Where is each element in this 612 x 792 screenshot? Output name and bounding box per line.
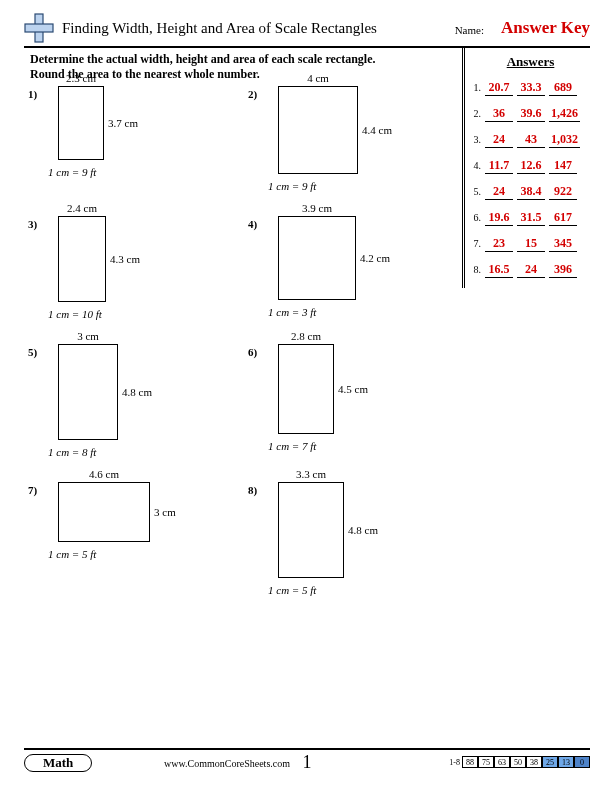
answer-height: 24	[517, 262, 545, 278]
answer-area: 922	[549, 184, 577, 200]
answer-row: 1.20.733.3689	[471, 80, 590, 96]
width-label: 4.6 cm	[58, 468, 150, 480]
answer-height: 39.6	[517, 106, 545, 122]
scale-note: 1 cm = 8 ft	[48, 446, 220, 458]
score-cell: 0	[574, 756, 590, 768]
scale-rectangle	[278, 344, 334, 434]
width-label: 3.9 cm	[278, 202, 356, 214]
scale-note: 1 cm = 5 ft	[268, 584, 440, 596]
score-cell: 75	[478, 756, 494, 768]
answer-number: 2.	[471, 108, 481, 119]
scale-rectangle	[278, 86, 358, 174]
answers-heading: Answers	[471, 54, 590, 70]
answer-row: 8.16.524396	[471, 262, 590, 278]
answer-height: 12.6	[517, 158, 545, 174]
problem-row: 5)3 cm4.8 cm1 cm = 8 ft6)2.8 cm4.5 cm1 c…	[30, 344, 450, 458]
answer-area: 617	[549, 210, 577, 226]
answer-number: 4.	[471, 160, 481, 171]
problem-number: 6)	[248, 346, 257, 358]
subject-badge: Math	[24, 754, 92, 772]
footer: Math www.CommonCoreSheets.com 1 1-8 8875…	[24, 748, 590, 776]
answer-number: 3.	[471, 134, 481, 145]
answer-number: 5.	[471, 186, 481, 197]
width-label: 2.4 cm	[58, 202, 106, 214]
svg-rect-1	[25, 24, 53, 32]
answer-width: 23	[485, 236, 513, 252]
answer-row: 4.11.712.6147	[471, 158, 590, 174]
answer-height: 43	[517, 132, 545, 148]
height-label: 4.4 cm	[362, 124, 392, 136]
scale-note: 1 cm = 3 ft	[268, 306, 440, 318]
problem: 8)3.3 cm4.8 cm1 cm = 5 ft	[250, 482, 440, 596]
score-cell: 63	[494, 756, 510, 768]
scale-rectangle	[278, 482, 344, 578]
score-cell: 88	[462, 756, 478, 768]
answer-row: 2.3639.61,426	[471, 106, 590, 122]
problem: 5)3 cm4.8 cm1 cm = 8 ft	[30, 344, 220, 458]
answer-number: 8.	[471, 264, 481, 275]
problem-number: 5)	[28, 346, 37, 358]
score-cell: 50	[510, 756, 526, 768]
problem-number: 8)	[248, 484, 257, 496]
answer-width: 19.6	[485, 210, 513, 226]
answer-width: 11.7	[485, 158, 513, 174]
scale-note: 1 cm = 10 ft	[48, 308, 220, 320]
width-label: 2.8 cm	[278, 330, 334, 342]
answer-number: 1.	[471, 82, 481, 93]
height-label: 4.5 cm	[338, 383, 368, 395]
scale-rectangle	[58, 482, 150, 542]
answer-height: 38.4	[517, 184, 545, 200]
plus-logo-icon	[24, 13, 54, 43]
answer-area: 689	[549, 80, 577, 96]
problem: 7)4.6 cm3 cm1 cm = 5 ft	[30, 482, 220, 596]
height-label: 3.7 cm	[108, 117, 138, 129]
score-strip: 1-8 887563503825130	[449, 756, 590, 768]
scale-note: 1 cm = 5 ft	[48, 548, 220, 560]
answer-key-label: Answer Key	[501, 18, 590, 38]
score-cell: 38	[526, 756, 542, 768]
problem-number: 2)	[248, 88, 257, 100]
answer-area: 1,032	[549, 132, 580, 148]
problem: 1)2.3 cm3.7 cm1 cm = 9 ft	[30, 86, 220, 192]
answer-width: 24	[485, 184, 513, 200]
header: Finding Width, Height and Area of Scale …	[24, 10, 590, 48]
score-cell: 25	[542, 756, 558, 768]
answer-height: 33.3	[517, 80, 545, 96]
answer-number: 6.	[471, 212, 481, 223]
scale-note: 1 cm = 9 ft	[48, 166, 220, 178]
problem: 3)2.4 cm4.3 cm1 cm = 10 ft	[30, 216, 220, 320]
worksheet-title: Finding Width, Height and Area of Scale …	[62, 20, 377, 37]
problems-area: 1)2.3 cm3.7 cm1 cm = 9 ft2)4 cm4.4 cm1 c…	[30, 86, 450, 620]
answer-width: 36	[485, 106, 513, 122]
width-label: 2.3 cm	[58, 72, 104, 84]
width-label: 4 cm	[278, 72, 358, 84]
instructions-line: Determine the actual width, height and a…	[30, 52, 376, 67]
problem-number: 3)	[28, 218, 37, 230]
answer-width: 24	[485, 132, 513, 148]
name-label: Name:	[455, 24, 484, 36]
answer-area: 1,426	[549, 106, 580, 122]
problem: 4)3.9 cm4.2 cm1 cm = 3 ft	[250, 216, 440, 320]
site-url: www.CommonCoreSheets.com	[164, 758, 290, 769]
worksheet-page: { "header": { "title": "Finding Width, H…	[0, 0, 612, 792]
width-label: 3.3 cm	[278, 468, 344, 480]
answer-height: 15	[517, 236, 545, 252]
answers-panel: Answers 1.20.733.36892.3639.61,4263.2443…	[462, 48, 590, 288]
scale-note: 1 cm = 9 ft	[268, 180, 440, 192]
answer-height: 31.5	[517, 210, 545, 226]
problem-number: 7)	[28, 484, 37, 496]
height-label: 4.8 cm	[348, 524, 378, 536]
problem-row: 7)4.6 cm3 cm1 cm = 5 ft8)3.3 cm4.8 cm1 c…	[30, 482, 450, 596]
answer-row: 5.2438.4922	[471, 184, 590, 200]
width-label: 3 cm	[58, 330, 118, 342]
answer-row: 3.24431,032	[471, 132, 590, 148]
problem: 2)4 cm4.4 cm1 cm = 9 ft	[250, 86, 440, 192]
problem-row: 3)2.4 cm4.3 cm1 cm = 10 ft4)3.9 cm4.2 cm…	[30, 216, 450, 320]
score-cell: 13	[558, 756, 574, 768]
answer-area: 147	[549, 158, 577, 174]
problem-row: 1)2.3 cm3.7 cm1 cm = 9 ft2)4 cm4.4 cm1 c…	[30, 86, 450, 192]
page-number: 1	[303, 752, 312, 773]
answer-area: 345	[549, 236, 577, 252]
scale-rectangle	[58, 86, 104, 160]
height-label: 3 cm	[154, 506, 176, 518]
